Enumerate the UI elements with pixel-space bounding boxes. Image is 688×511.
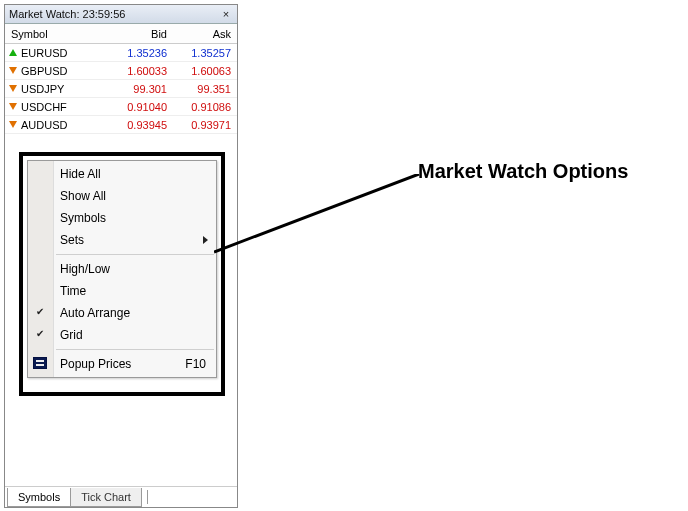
tab-end-divider <box>147 490 148 504</box>
market-watch-rows: EURUSD1.352361.35257GBPUSD1.600331.60063… <box>5 44 237 134</box>
menu-label: Popup Prices <box>60 357 131 371</box>
market-watch-title: Market Watch: 23:59:56 <box>9 8 219 20</box>
row-symbol: AUDUSD <box>9 119 109 131</box>
row-symbol-text: USDJPY <box>21 83 64 95</box>
row-ask: 0.93971 <box>171 119 231 131</box>
bottom-tabs: Symbols Tick Chart <box>5 486 237 507</box>
row-symbol: USDCHF <box>9 101 109 113</box>
menu-label: Show All <box>60 189 106 203</box>
menu-item-popup-prices[interactable]: Popup Prices F10 <box>28 353 216 375</box>
svg-line-0 <box>214 174 419 252</box>
row-symbol: EURUSD <box>9 47 109 59</box>
row-ask: 0.91086 <box>171 101 231 113</box>
title-prefix: Market Watch: <box>9 8 83 20</box>
column-header-ask[interactable]: Ask <box>171 28 231 40</box>
menu-item-hide-all[interactable]: Hide All <box>28 163 216 185</box>
menu-item-auto-arrange[interactable]: ✔ Auto Arrange <box>28 302 216 324</box>
menu-item-grid[interactable]: ✔ Grid <box>28 324 216 346</box>
row-bid: 99.301 <box>109 83 171 95</box>
title-time: 23:59:56 <box>83 8 126 20</box>
table-row[interactable]: USDCHF0.910400.91086 <box>5 98 237 116</box>
popup-prices-icon <box>33 357 47 369</box>
menu-label: Grid <box>60 328 83 342</box>
menu-label: Auto Arrange <box>60 306 130 320</box>
check-icon: ✔ <box>36 306 44 317</box>
menu-item-high-low[interactable]: High/Low <box>28 258 216 280</box>
menu-item-show-all[interactable]: Show All <box>28 185 216 207</box>
menu-label: High/Low <box>60 262 110 276</box>
table-row[interactable]: AUDUSD0.939450.93971 <box>5 116 237 134</box>
row-symbol-text: EURUSD <box>21 47 67 59</box>
close-icon[interactable]: × <box>219 7 233 21</box>
arrow-up-icon <box>9 49 17 56</box>
row-bid: 0.91040 <box>109 101 171 113</box>
tab-symbols[interactable]: Symbols <box>7 488 71 507</box>
menu-label: Hide All <box>60 167 101 181</box>
annotation-label: Market Watch Options <box>418 160 628 183</box>
row-ask: 99.351 <box>171 83 231 95</box>
tab-tick-chart[interactable]: Tick Chart <box>70 488 142 507</box>
menu-label: Sets <box>60 233 84 247</box>
menu-separator <box>56 349 214 350</box>
market-watch-panel: Market Watch: 23:59:56 × Symbol Bid Ask … <box>4 4 238 508</box>
row-bid: 0.93945 <box>109 119 171 131</box>
menu-shortcut: F10 <box>185 357 206 371</box>
market-watch-titlebar: Market Watch: 23:59:56 × <box>5 5 237 24</box>
arrow-down-icon <box>9 121 17 128</box>
table-row[interactable]: EURUSD1.352361.35257 <box>5 44 237 62</box>
row-symbol-text: USDCHF <box>21 101 67 113</box>
row-bid: 1.35236 <box>109 47 171 59</box>
row-symbol: GBPUSD <box>9 65 109 77</box>
table-row[interactable]: USDJPY99.30199.351 <box>5 80 237 98</box>
menu-label: Symbols <box>60 211 106 225</box>
check-icon: ✔ <box>36 328 44 339</box>
menu-item-symbols[interactable]: Symbols <box>28 207 216 229</box>
market-watch-columns: Symbol Bid Ask <box>5 24 237 44</box>
table-row[interactable]: GBPUSD1.600331.60063 <box>5 62 237 80</box>
row-ask: 1.35257 <box>171 47 231 59</box>
row-ask: 1.60063 <box>171 65 231 77</box>
context-menu: Hide All Show All Symbols Sets High/Low … <box>27 160 217 378</box>
menu-item-time[interactable]: Time <box>28 280 216 302</box>
column-header-symbol[interactable]: Symbol <box>9 28 109 40</box>
menu-item-sets[interactable]: Sets <box>28 229 216 251</box>
arrow-down-icon <box>9 103 17 110</box>
menu-separator <box>56 254 214 255</box>
row-symbol-text: GBPUSD <box>21 65 67 77</box>
submenu-arrow-icon <box>203 236 208 244</box>
row-symbol-text: AUDUSD <box>21 119 67 131</box>
arrow-down-icon <box>9 67 17 74</box>
menu-label: Time <box>60 284 86 298</box>
arrow-down-icon <box>9 85 17 92</box>
row-bid: 1.60033 <box>109 65 171 77</box>
row-symbol: USDJPY <box>9 83 109 95</box>
annotation-connector-line <box>214 174 424 254</box>
column-header-bid[interactable]: Bid <box>109 28 171 40</box>
